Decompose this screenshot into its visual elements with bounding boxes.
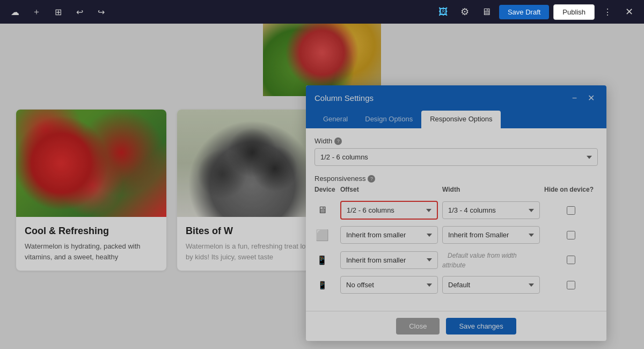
publish-button[interactable]: Publish xyxy=(553,4,595,20)
image-icon[interactable]: 🖼 xyxy=(435,3,452,20)
device-icon[interactable]: 🖥 xyxy=(478,3,495,20)
save-draft-button[interactable]: Save Draft xyxy=(499,5,549,19)
undo-icon[interactable]: ↩ xyxy=(71,3,88,20)
redo-icon[interactable]: ↪ xyxy=(92,3,109,20)
modal-overlay xyxy=(0,24,644,349)
more-icon[interactable]: ⋮ xyxy=(599,3,616,20)
toolbar: ☁ ＋ ⊞ ↩ ↪ 🖼 ⚙ 🖥 Save Draft Publish ⋮ ✕ xyxy=(0,0,644,24)
close-toolbar-icon[interactable]: ✕ xyxy=(620,3,638,20)
add-icon[interactable]: ＋ xyxy=(28,3,45,20)
main-area: Cool & Refreshing Watermelon is hydratin… xyxy=(0,24,644,349)
grid-icon[interactable]: ⊞ xyxy=(49,3,67,20)
cloud-icon[interactable]: ☁ xyxy=(6,3,24,20)
settings-icon[interactable]: ⚙ xyxy=(456,3,473,20)
